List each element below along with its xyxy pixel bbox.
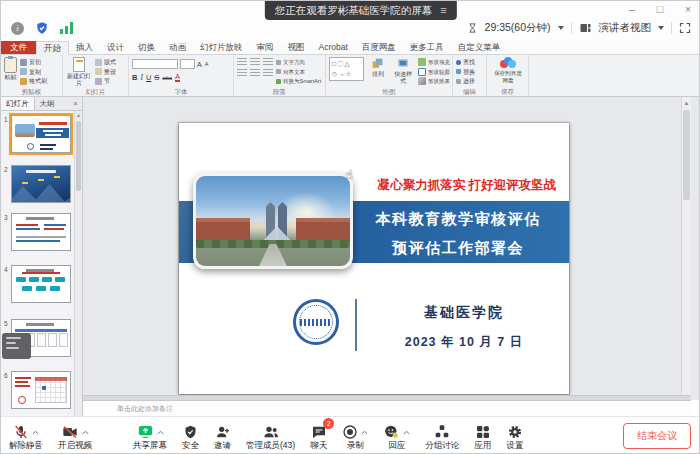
view-mode-selector[interactable]: 演讲者视图 bbox=[599, 21, 652, 35]
panel-tab-outline[interactable]: 大纲 bbox=[35, 97, 60, 110]
align-left-icon[interactable] bbox=[237, 69, 247, 77]
strikethrough-button[interactable]: S bbox=[154, 73, 159, 82]
thumbnail-slide-6[interactable]: 6 bbox=[11, 371, 71, 409]
slide-canvas[interactable]: 凝心聚力抓落实 打好迎评攻坚战 本科教育教学审核评估 预评估工作部署会 ☝ 基础… bbox=[179, 123, 569, 394]
settings-gear-icon bbox=[507, 424, 523, 440]
bold-button[interactable]: B bbox=[132, 73, 137, 82]
paste-button[interactable]: 粘贴 bbox=[4, 57, 17, 86]
tab-home[interactable]: 开始 bbox=[36, 41, 69, 55]
font-color-button[interactable]: A bbox=[175, 73, 180, 82]
divider bbox=[671, 22, 672, 34]
select-button[interactable]: 选择 bbox=[456, 77, 475, 85]
breakout-rooms-button[interactable]: 分组讨论 bbox=[425, 422, 459, 450]
video-options-chevron-icon[interactable] bbox=[82, 430, 89, 435]
tab-insert[interactable]: 插入 bbox=[69, 41, 100, 54]
align-right-icon[interactable] bbox=[263, 69, 273, 77]
font-size-input[interactable] bbox=[180, 59, 195, 69]
tab-file[interactable]: 文件 bbox=[1, 41, 36, 54]
indent-icon[interactable] bbox=[263, 58, 273, 66]
grow-font-button[interactable]: A bbox=[197, 61, 202, 68]
meeting-info-icon[interactable]: i bbox=[11, 22, 24, 35]
scrollbar-thumb[interactable] bbox=[76, 121, 81, 191]
text-direction-button[interactable]: 文字方向 bbox=[276, 58, 321, 66]
scroll-up-icon[interactable]: ▲ bbox=[75, 111, 82, 119]
tab-review[interactable]: 审阅 bbox=[250, 41, 281, 54]
underline-button[interactable]: U bbox=[146, 73, 151, 82]
layout-button[interactable]: 版式 bbox=[95, 58, 116, 66]
tab-view[interactable]: 视图 bbox=[281, 41, 312, 54]
apps-button[interactable]: 应用 bbox=[474, 422, 491, 450]
maximize-button[interactable]: □ bbox=[653, 1, 667, 17]
panel-close-icon[interactable]: × bbox=[69, 97, 82, 110]
record-options-chevron-icon[interactable] bbox=[361, 430, 368, 435]
format-painter-button[interactable]: 格式刷 bbox=[20, 77, 47, 85]
find-button[interactable]: 查找 bbox=[456, 58, 475, 66]
shapes-gallery[interactable]: □〇△ ◇→☆ bbox=[329, 57, 364, 81]
thumbnail-slide-2[interactable]: 2 bbox=[11, 165, 71, 203]
mic-options-chevron-icon[interactable] bbox=[32, 430, 39, 435]
shape-outline-button[interactable]: 形状轮廓 bbox=[418, 68, 450, 76]
align-text-button[interactable]: 对齐文本 bbox=[276, 68, 321, 76]
italic-button[interactable]: I bbox=[140, 73, 143, 82]
ribbon-group-paragraph: 文字方向 对齐文本 转换为SmartArt 段落 bbox=[234, 55, 326, 96]
clear-format-button[interactable]: abc bbox=[162, 75, 172, 81]
convert-smartart-button[interactable]: 转换为SmartArt bbox=[276, 77, 321, 85]
reaction-options-chevron-icon[interactable] bbox=[403, 430, 410, 435]
timer-caret-icon[interactable] bbox=[558, 26, 564, 30]
fullscreen-icon[interactable] bbox=[679, 22, 691, 34]
security-shield-icon[interactable] bbox=[35, 21, 49, 35]
canvas-scroll-up-icon[interactable]: ▲ bbox=[682, 97, 691, 109]
arrange-button[interactable]: 排列 bbox=[367, 57, 388, 86]
tab-more-tools[interactable]: 更多工具 bbox=[403, 41, 451, 54]
cut-button[interactable]: 剪切 bbox=[20, 58, 47, 66]
shape-fill-button[interactable]: 形状填充 bbox=[418, 58, 450, 66]
start-video-button[interactable]: 开启视频 bbox=[58, 422, 92, 450]
panel-tab-slides[interactable]: 幻灯片 bbox=[1, 97, 35, 110]
chat-badge: 2 bbox=[323, 418, 334, 429]
tab-custom[interactable]: 自定义菜单 bbox=[451, 41, 508, 54]
view-mode-caret-icon[interactable] bbox=[658, 26, 664, 30]
thumbnail-scrollbar[interactable]: ▲ bbox=[74, 111, 82, 416]
section-button[interactable]: 节 bbox=[95, 77, 116, 85]
tab-baidu-netdisk[interactable]: 百度网盘 bbox=[355, 41, 403, 54]
quick-styles-button[interactable]: 快速样式 bbox=[392, 57, 415, 86]
bullets-icon[interactable] bbox=[237, 58, 247, 66]
tab-acrobat[interactable]: Acrobat bbox=[312, 41, 355, 54]
reset-button[interactable]: 重设 bbox=[95, 68, 116, 76]
shape-effects-button[interactable]: 形状效果 bbox=[418, 77, 450, 85]
reaction-button[interactable]: 回应 bbox=[383, 422, 410, 450]
replace-button[interactable]: 替换 bbox=[456, 68, 475, 76]
thumbnail-slide-4[interactable]: 4 bbox=[11, 265, 71, 303]
security-button[interactable]: 安全 bbox=[182, 422, 199, 450]
align-center-icon[interactable] bbox=[250, 69, 260, 77]
tab-animations[interactable]: 动画 bbox=[162, 41, 193, 54]
copy-button[interactable]: 复制 bbox=[20, 68, 47, 76]
canvas-scrollbar-thumb[interactable] bbox=[683, 110, 690, 200]
manage-members-button[interactable]: 管理成员(43) bbox=[246, 422, 295, 450]
chat-button[interactable]: 2 聊天 bbox=[310, 422, 327, 450]
font-name-input[interactable] bbox=[132, 59, 178, 69]
settings-button[interactable]: 设置 bbox=[506, 422, 523, 450]
tab-design[interactable]: 设计 bbox=[100, 41, 131, 54]
tab-transitions[interactable]: 切换 bbox=[131, 41, 162, 54]
close-button[interactable]: × bbox=[681, 1, 695, 17]
unmute-button[interactable]: 解除静音 bbox=[9, 422, 43, 450]
record-button[interactable]: 录制 bbox=[342, 422, 368, 450]
share-options-chevron-icon[interactable] bbox=[157, 430, 164, 435]
shrink-font-button[interactable]: A bbox=[205, 61, 209, 67]
section-icon bbox=[95, 78, 102, 85]
share-screen-button[interactable]: 共享屏幕 bbox=[133, 422, 167, 450]
network-signal-icon[interactable] bbox=[60, 22, 73, 34]
numbering-icon[interactable] bbox=[250, 58, 260, 66]
invite-button[interactable]: 邀请 bbox=[214, 422, 231, 450]
end-meeting-button[interactable]: 结束会议 bbox=[623, 423, 691, 449]
tab-slideshow[interactable]: 幻灯片放映 bbox=[193, 41, 250, 54]
thumbnail-slide-1[interactable]: 1 bbox=[11, 115, 71, 153]
thumbnail-slide-3[interactable]: 3 bbox=[11, 213, 71, 251]
notes-pane[interactable]: 单击此处添加备注 bbox=[83, 401, 691, 416]
minimize-button[interactable]: – bbox=[625, 1, 639, 17]
banner-menu-icon[interactable]: ≡ bbox=[440, 1, 446, 20]
canvas-scrollbar[interactable]: ▲ bbox=[681, 97, 691, 400]
new-slide-button[interactable]: 新建幻灯片 bbox=[66, 57, 92, 86]
save-to-netdisk-button[interactable]: 保存到百度 网盘 bbox=[494, 57, 522, 86]
